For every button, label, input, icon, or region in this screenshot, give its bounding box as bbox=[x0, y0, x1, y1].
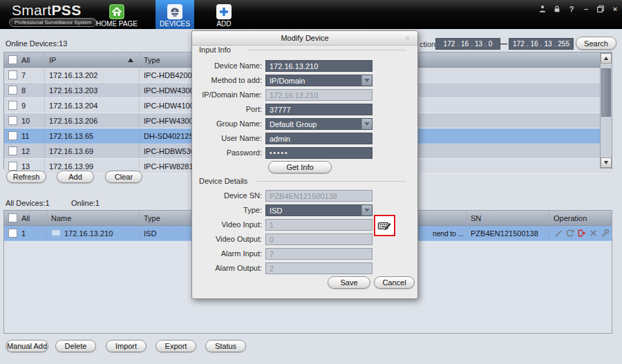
ip-range-start-input[interactable]: 172.16.13.0 bbox=[435, 38, 500, 50]
scroll-down-button[interactable] bbox=[601, 157, 612, 168]
tab-devices[interactable]: DEVICES bbox=[156, 0, 194, 29]
row-checkbox[interactable] bbox=[8, 116, 17, 125]
ip-segment: 16 bbox=[459, 40, 471, 48]
dropdown-arrow-icon[interactable] bbox=[361, 119, 372, 129]
dialog-close-icon[interactable]: × bbox=[402, 32, 413, 43]
row-ip-cell: 172.16.13.203 bbox=[45, 83, 140, 97]
close-icon[interactable]: × bbox=[611, 5, 619, 13]
export-button[interactable]: Export bbox=[156, 340, 196, 352]
field-value: 1 bbox=[266, 220, 372, 230]
field-row-video-input: Video Input:1 bbox=[192, 219, 417, 229]
save-button[interactable]: Save bbox=[328, 276, 370, 289]
select-all-checkbox[interactable] bbox=[8, 213, 17, 222]
field-row-ip-domain-name: IP/Domain Name:172.16.13.210 bbox=[192, 89, 417, 99]
import-button[interactable]: Import bbox=[106, 340, 147, 352]
field-value: ISD bbox=[266, 205, 361, 215]
online-count: Online:1 bbox=[71, 199, 100, 207]
method-to-add-input[interactable]: IP/Domain bbox=[265, 75, 373, 86]
scroll-up-button[interactable] bbox=[601, 53, 612, 64]
row-number: 8 bbox=[21, 86, 26, 95]
minimize-icon[interactable]: – bbox=[582, 5, 590, 13]
dropdown-arrow-icon[interactable] bbox=[361, 75, 372, 86]
column-name[interactable]: Name bbox=[47, 211, 140, 225]
delete-icon[interactable] bbox=[589, 229, 598, 238]
row-ip-cell: 172.16.13.65 bbox=[45, 128, 140, 143]
field-row-method-to-add: Method to add:IP/Domain bbox=[192, 75, 417, 85]
row-number: 9 bbox=[21, 102, 26, 110]
app-logo: SmartPSS bbox=[12, 2, 81, 19]
tab-home-page[interactable]: HOME PAGE bbox=[89, 0, 144, 29]
scrollbar-thumb[interactable] bbox=[601, 68, 611, 117]
group-name-input[interactable]: Default Group bbox=[265, 118, 373, 130]
dialog-title: Modify Device bbox=[281, 34, 328, 42]
row-checkbox[interactable] bbox=[8, 229, 17, 238]
search-button[interactable]: Search bbox=[576, 37, 616, 50]
type-input[interactable]: ISD bbox=[265, 204, 373, 216]
row-select-cell: 11 bbox=[4, 128, 45, 143]
ip-range-end-input[interactable]: 172.16.13.255 bbox=[509, 38, 574, 50]
device-name-input[interactable]: 172.16.13.210 bbox=[265, 60, 373, 72]
field-row-port: Port:37777 bbox=[192, 104, 417, 114]
row-operation-cell bbox=[549, 226, 612, 240]
port-input[interactable]: 37777 bbox=[265, 104, 373, 115]
add-button[interactable]: Add bbox=[57, 171, 94, 183]
field-label: Type: bbox=[192, 206, 262, 214]
row-checkbox[interactable] bbox=[8, 131, 17, 140]
tab-label: ADD bbox=[216, 20, 231, 28]
logout-icon[interactable] bbox=[577, 229, 586, 238]
field-row-type: Type:ISD bbox=[192, 204, 417, 215]
refresh-button[interactable]: Refresh bbox=[6, 171, 46, 183]
get-info-button[interactable]: Get Info bbox=[268, 161, 332, 173]
field-value: 172.16.13.210 bbox=[266, 61, 372, 71]
password-input[interactable]: ••••• bbox=[265, 147, 373, 159]
row-checkbox[interactable] bbox=[8, 162, 17, 171]
row-select-cell: 8 bbox=[4, 83, 45, 97]
column-name-label: Name bbox=[51, 214, 71, 222]
field-row-group-name: Group Name:Default Group bbox=[192, 118, 417, 128]
ip-segment: 13 bbox=[473, 40, 484, 48]
manual-add-button[interactable]: Manual Add bbox=[6, 340, 48, 352]
lock-icon[interactable] bbox=[553, 5, 561, 13]
dropdown-arrow-icon[interactable] bbox=[361, 205, 372, 215]
restore-icon[interactable] bbox=[596, 5, 605, 13]
home-icon bbox=[109, 4, 124, 19]
status-button[interactable]: Status bbox=[205, 340, 246, 352]
cancel-button[interactable]: Cancel bbox=[374, 276, 415, 289]
section-divider bbox=[256, 181, 406, 182]
help-icon[interactable]: ? bbox=[567, 5, 576, 13]
column-type-label: Type bbox=[144, 56, 160, 64]
row-select-cell: 10 bbox=[4, 113, 45, 128]
field-label: Device SN: bbox=[192, 191, 262, 200]
video-input-input: 1 bbox=[265, 219, 373, 231]
ip-segment: 16 bbox=[528, 40, 540, 48]
row-checkbox[interactable] bbox=[8, 101, 17, 110]
column-sn[interactable]: SN bbox=[466, 211, 549, 225]
delete-button[interactable]: Delete bbox=[55, 340, 96, 352]
ip-segment: 255 bbox=[556, 40, 572, 48]
clear-button[interactable]: Clear bbox=[105, 171, 142, 183]
refresh-icon[interactable] bbox=[565, 229, 574, 238]
sort-ascending-icon bbox=[128, 58, 133, 62]
row-checkbox[interactable] bbox=[8, 146, 17, 155]
user-icon[interactable] bbox=[538, 5, 547, 13]
logo-text: Smart bbox=[12, 2, 52, 18]
field-row-alarm-output: Alarm Output:2 bbox=[192, 262, 417, 273]
alarm-input-input: 7 bbox=[265, 248, 373, 260]
field-label: Method to add: bbox=[192, 76, 262, 84]
column-ip[interactable]: IP bbox=[45, 52, 140, 67]
row-checkbox[interactable] bbox=[8, 70, 17, 79]
ip-segment: 172 bbox=[511, 40, 527, 48]
select-all-checkbox[interactable] bbox=[8, 55, 17, 64]
app-tagline: Professional Surveillance System bbox=[9, 18, 97, 27]
field-label: IP/Domain Name: bbox=[192, 90, 262, 99]
tab-add[interactable]: ADD bbox=[205, 0, 243, 29]
row-checkbox[interactable] bbox=[8, 86, 17, 95]
row-number: 12 bbox=[21, 147, 30, 155]
field-value: Default Group bbox=[266, 119, 361, 129]
edit-icon[interactable] bbox=[554, 229, 563, 238]
scrollbar-track[interactable] bbox=[601, 64, 612, 157]
user-name-input[interactable]: admin bbox=[265, 133, 373, 144]
tab-label: HOME PAGE bbox=[96, 20, 138, 28]
column-type-label: Type bbox=[144, 214, 160, 222]
key-icon[interactable] bbox=[601, 229, 610, 238]
